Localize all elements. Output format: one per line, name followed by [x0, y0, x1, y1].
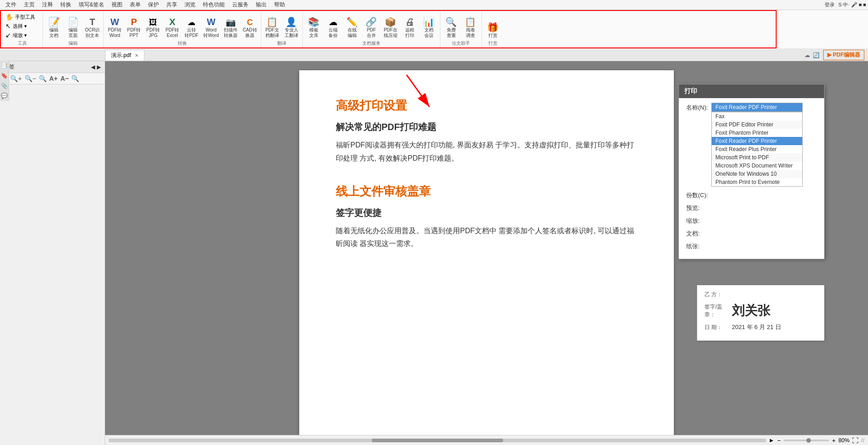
cloud-backup-btn[interactable]: ☁ 云端备份 [324, 16, 342, 39]
tab-close-btn[interactable]: ✕ [135, 53, 138, 58]
printer-foxit-plus[interactable]: Foxit Reader Plus Printer [712, 145, 802, 153]
sig-name-row: 签字/盖章： 刘关张 [704, 302, 817, 319]
zoom-tool-btn[interactable]: ↙ 缩放 ▾ [4, 31, 37, 39]
sidebar-tool-font-increase[interactable]: A+ [49, 75, 58, 82]
edit-doc-btn[interactable]: 📝 编辑文档 [45, 16, 63, 39]
sidebar-tool-zoom-out[interactable]: 🔍− [25, 75, 36, 82]
human-translate-btn[interactable]: 👤 专业人工翻译 [282, 16, 301, 39]
main-area: 书签 ◀ ▶ □ 🔍+ 🔍− 🔍 A+ A− 🔍 📑 🔖 📎 💬 [0, 61, 868, 445]
pdf-to-ppt-icon: P [131, 17, 137, 26]
sidebar-strip-icon-2[interactable]: 🔖 [1, 73, 8, 79]
signature-section: 线上文件审核盖章 签字更便捷 随着无纸化办公应用普及。当遇到使用PDF文档中 需… [336, 183, 637, 251]
pdf-area[interactable]: 高级打印设置 解决常见的PDF打印难题 福昕PDF阅读器拥有强大的打印功能, 界… [105, 61, 868, 445]
tab-filename: 演示.pdf [111, 52, 131, 59]
printer-foxit-reader[interactable]: Foxit Reader PDF Printer [712, 137, 802, 145]
sidebar-tool-search[interactable]: 🔍 [71, 75, 79, 82]
scan-convert-btn[interactable]: 📷 扫描件转换器 [222, 17, 240, 39]
menu-home[interactable]: 主页 [20, 0, 38, 10]
remote-print-btn[interactable]: 🖨 远程打印 [401, 16, 419, 39]
cloud-icon: ☁ [804, 52, 810, 58]
menu-file[interactable]: 文件 [2, 0, 20, 10]
print-section-title: 高级打印设置 [336, 98, 637, 114]
printer-foxit-editor[interactable]: Foxit PDF Editor Printer [712, 120, 802, 129]
free-check-icon: 🔍 [445, 17, 457, 26]
hand-icon: ✋ [5, 13, 13, 21]
sidebar-nav-prev[interactable]: ◀ [91, 64, 95, 70]
pdf-editor-btn[interactable]: ▶ PDF编辑器 [823, 50, 864, 60]
print-name-field: 名称(N): Foxit Reader PDF Printer Fax Foxi… [686, 103, 817, 187]
printer-onenote[interactable]: OneNote for Windows 10 [712, 170, 802, 178]
menu-convert[interactable]: 转换 [57, 0, 75, 10]
word-to-word-icon: W [207, 17, 216, 26]
doc-meeting-btn[interactable]: 📊 文档会议 [420, 16, 438, 39]
printer-ms-pdf[interactable]: Microsoft Print to PDF [712, 153, 802, 162]
remote-print-icon: 🖨 [405, 17, 414, 26]
printer-evernote[interactable]: Phantom Print to Evernote [712, 178, 802, 186]
assistant-section-label: 论文助手 [442, 39, 480, 47]
menu-cloud[interactable]: 云服务 [228, 0, 252, 10]
menu-form[interactable]: 表单 [126, 0, 144, 10]
zoom-out-btn[interactable]: − [777, 437, 781, 444]
print-doc-field: 文档: [686, 229, 817, 238]
word-to-word-btn[interactable]: W Word转Word [201, 16, 221, 39]
hand-tool-btn[interactable]: ✋ 手型工具 [4, 13, 37, 21]
printer-fax[interactable]: Fax [712, 112, 802, 120]
sync-icon: 🔄 [813, 52, 820, 58]
sidebar-strip-icon-3[interactable]: 📎 [1, 83, 8, 89]
pdf-to-jpg-btn[interactable]: 🖼 PDF转JPG [144, 17, 162, 39]
sig-corner-label: 乙 方： [704, 291, 732, 298]
template-lib-btn[interactable]: 📚 模板文库 [305, 16, 323, 39]
zoom-slider[interactable] [783, 440, 829, 441]
pdf-merge-icon: 🔗 [365, 17, 377, 26]
sidebar-nav-next[interactable]: ▶ [97, 64, 101, 70]
cloud-convert-btn[interactable]: ☁ 云转转PDF [182, 17, 201, 39]
print-name-input[interactable]: Foxit Reader PDF Printer [711, 103, 803, 112]
signature-box: 乙 方： 签字/盖章： 刘关张 日 期： 2021 年 6 月 21 日 [697, 285, 825, 341]
sidebar-strip-icon-1[interactable]: 📑 [1, 63, 8, 69]
printer-ms-xps[interactable]: Microsoft XPS Document Writer [712, 162, 802, 170]
menu-share[interactable]: 共享 [163, 0, 181, 10]
file-tab[interactable]: 演示.pdf ✕ [105, 50, 144, 61]
fullscreen-btn[interactable]: ⛶ [852, 437, 858, 444]
sidebar-tool-font-decrease[interactable]: A− [60, 75, 69, 82]
pdf-compress-btn[interactable]: 📦 PDF在线压缩 [381, 16, 400, 39]
edit-page-btn[interactable]: 📄 编辑页面 [64, 16, 82, 39]
select-tool-btn[interactable]: ↖ 选择 ▾ [4, 22, 37, 30]
online-edit-btn[interactable]: ✏️ 在线编辑 [343, 16, 361, 39]
menu-view[interactable]: 视图 [108, 0, 126, 10]
review-survey-btn[interactable]: 📋 阅卷调查 [461, 16, 480, 39]
menu-annotate[interactable]: 注释 [38, 0, 57, 10]
pdf-merge-btn[interactable]: 🔗 PDF合并 [362, 16, 381, 39]
human-translate-icon: 👤 [286, 17, 297, 26]
sig-date-row: 日 期： 2021 年 6 月 21 日 [704, 323, 817, 331]
sig-value: 刘关张 [732, 302, 770, 319]
menu-sign[interactable]: 填写&签名 [75, 0, 108, 10]
cad-convert-btn[interactable]: C CAD转换器 [241, 17, 259, 39]
pdf-to-excel-btn[interactable]: X PDF转Excel [163, 16, 181, 39]
menu-output[interactable]: 输出 [252, 0, 270, 10]
print-section-subtitle: 解决常见的PDF打印难题 [336, 121, 637, 133]
pdf-translate-btn[interactable]: 📋 PDF文档翻译 [263, 16, 281, 39]
free-check-btn[interactable]: 🔍 免费查重 [442, 16, 460, 39]
scan-icon: 📷 [226, 18, 236, 26]
menu-special[interactable]: 特色功能 [199, 0, 228, 10]
ocr-btn[interactable]: T OCR识别文本 [83, 16, 101, 39]
print-name-label: 名称(N): [686, 103, 711, 112]
convert-section-label: 转换 [106, 39, 259, 47]
zoom-in-btn[interactable]: + [832, 437, 836, 444]
scroll-right-arrow[interactable]: ▶ [770, 438, 773, 443]
sidebar-tool-zoom-fit[interactable]: 🔍 [39, 75, 47, 82]
print-preview-label: 预览: [686, 203, 711, 212]
print-doc-label: 文档: [686, 229, 711, 238]
printer-foxit-phantom[interactable]: Foxit Phantom Printer [712, 129, 802, 137]
menu-help[interactable]: 帮助 [270, 0, 289, 10]
sidebar-strip-icon-4[interactable]: 💬 [1, 93, 8, 99]
pdf-to-word-btn[interactable]: W PDF转Word [106, 16, 124, 39]
print-preview-field: 预览: [686, 203, 817, 212]
ocr-icon: T [90, 17, 95, 26]
menu-protect[interactable]: 保护 [144, 0, 163, 10]
menu-browse[interactable]: 浏览 [181, 0, 199, 10]
pdf-to-ppt-btn[interactable]: P PDF转PPT [125, 16, 143, 39]
reward-btn[interactable]: 🎁 打赏 [484, 22, 502, 39]
sidebar-tool-zoom-in[interactable]: 🔍+ [10, 75, 21, 82]
